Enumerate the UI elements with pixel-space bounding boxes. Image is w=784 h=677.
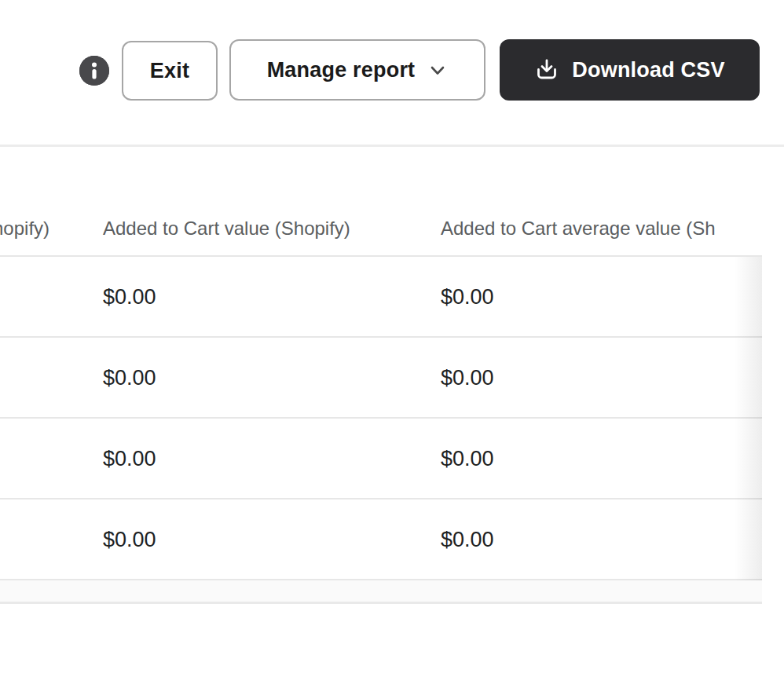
table-row: $0.00 $0.00 — [0, 338, 762, 419]
column-header-shopify-partial[interactable]: hopify) — [0, 217, 49, 240]
table-row: $0.00 $0.00 — [0, 257, 762, 338]
column-header-added-to-cart-value[interactable]: Added to Cart value (Shopify) — [103, 217, 350, 240]
horizontal-scrollbar-track[interactable] — [0, 580, 762, 604]
table-header-row: hopify) Added to Cart value (Shopify) Ad… — [0, 147, 762, 257]
report-topbar: Exit Manage report Download CSV — [0, 0, 784, 145]
manage-report-button[interactable]: Manage report — [229, 39, 485, 101]
table-row: $0.00 $0.00 — [0, 500, 762, 580]
download-csv-button[interactable]: Download CSV — [500, 39, 760, 101]
info-icon-glyph — [79, 56, 109, 86]
cell-added-to-cart-value: $0.00 — [103, 527, 156, 551]
cell-added-to-cart-value: $0.00 — [103, 284, 156, 309]
cell-added-to-cart-value: $0.00 — [103, 446, 156, 470]
info-icon[interactable] — [79, 56, 109, 86]
table-row: $0.00 $0.00 — [0, 419, 762, 500]
download-csv-label: Download CSV — [572, 58, 724, 82]
cell-added-to-cart-average-value: $0.00 — [441, 284, 494, 309]
cell-added-to-cart-average-value: $0.00 — [441, 527, 494, 551]
column-header-added-to-cart-average-value[interactable]: Added to Cart average value (Sh — [441, 217, 716, 240]
manage-report-label: Manage report — [267, 58, 416, 82]
cell-added-to-cart-value: $0.00 — [103, 365, 156, 390]
cell-added-to-cart-average-value: $0.00 — [441, 446, 494, 470]
report-page: Exit Manage report Download CSV hopify) … — [0, 0, 784, 677]
exit-button-label: Exit — [150, 59, 189, 83]
cell-added-to-cart-average-value: $0.00 — [441, 365, 494, 390]
exit-button[interactable]: Exit — [122, 41, 218, 101]
download-icon — [534, 57, 559, 82]
chevron-down-icon — [427, 60, 448, 80]
report-table: hopify) Added to Cart value (Shopify) Ad… — [0, 147, 762, 604]
